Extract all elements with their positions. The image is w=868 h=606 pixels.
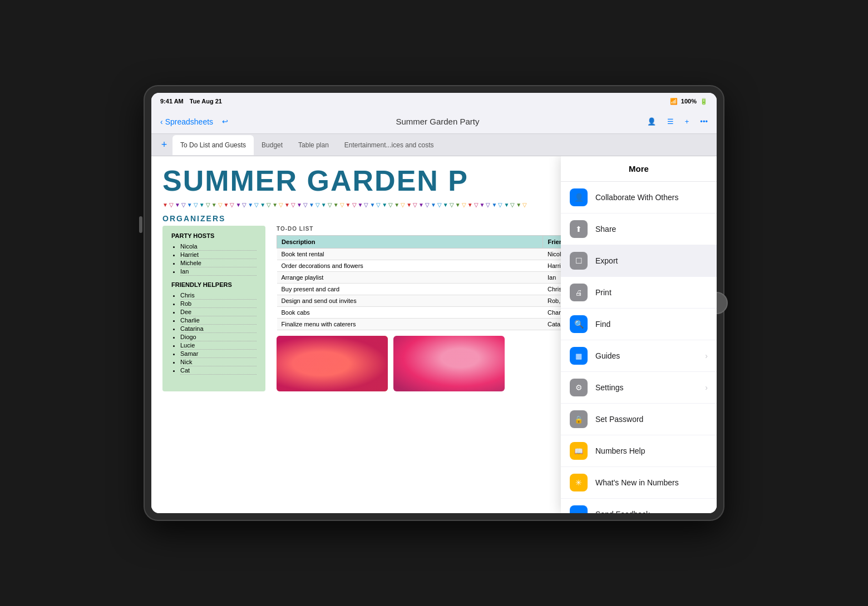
triangle-shape: ▽ [315, 202, 320, 208]
triangle-shape: ▼ [297, 202, 302, 208]
format-button[interactable]: ☰ [665, 115, 676, 128]
tab-budget-label: Budget [262, 141, 283, 149]
tabs-bar: + To Do List and Guests Budget Table pla… [151, 134, 717, 156]
collaborate-menu-icon: 👤 [570, 188, 588, 206]
back-button[interactable]: ‹ Spreadsheets [158, 115, 215, 128]
todo-description: Order decorations and flowers [277, 260, 543, 272]
triangle-shape: ▽ [242, 202, 246, 208]
tab-todo-label: To Do List and Guests [180, 141, 246, 149]
setpassword-menu-icon: 🔒 [570, 410, 588, 428]
triangle-shape: ▽ [376, 202, 381, 208]
menu-item-numbershelp[interactable]: 📖 Numbers Help [561, 435, 717, 467]
lock-icon-glyph: 🔒 [574, 415, 583, 424]
tab-entertainment[interactable]: Entertainment...ices and costs [337, 135, 442, 155]
share-menu-icon: ⬆ [570, 220, 588, 238]
menu-item-settings[interactable]: ⚙ Settings › [561, 372, 717, 404]
settings-icon-glyph: ⚙ [575, 383, 583, 392]
list-item: Chris [180, 291, 257, 300]
todo-description: Book tent rental [277, 249, 543, 260]
tab-budget[interactable]: Budget [254, 135, 290, 155]
list-item: Lucie [180, 341, 257, 350]
star-icon-glyph: ✳ [575, 478, 582, 487]
menu-item-export[interactable]: ☐ Export [561, 245, 717, 277]
list-item: Catarina [180, 325, 257, 333]
whatsnew-label: What's New in Numbers [595, 478, 708, 487]
triangle-shape: ▼ [467, 202, 473, 208]
insert-button[interactable]: + [683, 115, 692, 128]
more-button[interactable]: ••• [698, 115, 710, 128]
todo-description: Arrange playlist [277, 272, 543, 284]
triangle-shape: ▼ [211, 202, 217, 208]
triangle-shape: ▽ [254, 202, 259, 208]
tab-tableplan[interactable]: Table plan [290, 135, 337, 155]
triangle-shape: ▼ [224, 202, 229, 208]
toolbar-left: ‹ Spreadsheets ↩ [158, 115, 230, 128]
friendly-helpers-list: Chris Rob Dee Charlie Catarina Diogo Luc… [171, 291, 257, 375]
triangle-shape: ▽ [498, 202, 502, 208]
menu-item-feedback[interactable]: ✏ Send Feedback [561, 499, 717, 513]
insert-icon: + [685, 117, 689, 126]
collaborate-icon-glyph: 👤 [574, 193, 584, 202]
triangle-shape: ▽ [279, 202, 283, 208]
toolbar: ‹ Spreadsheets ↩ Summer Garden Party 👤 ☰… [151, 110, 717, 134]
collaborate-button[interactable]: 👤 [645, 115, 658, 128]
settings-label: Settings [595, 383, 697, 392]
list-item: Nicola [180, 242, 257, 251]
triangle-shape: ▼ [248, 202, 253, 208]
menu-item-print[interactable]: 🖨 Print [561, 277, 717, 309]
numbershelp-menu-icon: 📖 [570, 442, 588, 460]
triangle-shape: ▼ [504, 202, 509, 208]
triangle-shape: ▼ [418, 202, 424, 208]
menu-item-share[interactable]: ⬆ Share [561, 213, 717, 245]
book-icon-glyph: 📖 [574, 447, 583, 455]
list-item: Michele [180, 259, 257, 267]
triangle-shape: ▼ [333, 202, 339, 208]
menu-item-collaborate[interactable]: 👤 Collaborate With Others [561, 182, 717, 213]
menu-item-whatsnew[interactable]: ✳ What's New in Numbers [561, 467, 717, 499]
triangle-shape: ▽ [230, 202, 234, 208]
todo-description: Finalize menu with caterers [277, 319, 543, 330]
dropdown-title: More [561, 156, 717, 182]
triangle-shape: ▽ [413, 202, 417, 208]
tab-todo[interactable]: To Do List and Guests [172, 135, 254, 155]
collaborate-icon: 👤 [647, 117, 656, 126]
status-icons: 📶 100% 🔋 [670, 98, 708, 105]
triangle-shape: ▼ [162, 202, 168, 208]
triangle-shape: ▽ [450, 202, 454, 208]
friendly-helpers-title: FRIENDLY HELPERS [171, 281, 257, 288]
list-item: Harriet [180, 251, 257, 259]
triangle-shape: ▼ [235, 202, 241, 208]
undo-icon: ↩ [222, 117, 228, 126]
photo-1 [277, 336, 388, 391]
triangle-shape: ▽ [486, 202, 490, 208]
triangle-shape: ▽ [437, 202, 442, 208]
undo-button[interactable]: ↩ [220, 115, 230, 128]
triangle-shape: ▽ [474, 202, 479, 208]
triangle-shape: ▽ [169, 202, 174, 208]
find-icon-glyph: 🔍 [574, 320, 584, 329]
list-item: Samar [180, 350, 257, 358]
add-tab-button[interactable]: + [156, 137, 172, 153]
triangle-shape: ▽ [340, 202, 344, 208]
triangle-shape: ▽ [462, 202, 466, 208]
guides-label: Guides [595, 351, 697, 360]
numbershelp-label: Numbers Help [595, 446, 708, 455]
share-icon-glyph: ⬆ [575, 225, 582, 234]
menu-item-find[interactable]: 🔍 Find [561, 309, 717, 340]
triangle-shape: ▼ [272, 202, 278, 208]
feedback-label: Send Feedback [595, 510, 708, 513]
format-icon: ☰ [667, 117, 674, 126]
triangle-shape: ▽ [291, 202, 295, 208]
triangle-shape: ▽ [194, 202, 198, 208]
export-icon-glyph: ☐ [575, 256, 583, 265]
menu-item-guides[interactable]: ▦ Guides › [561, 340, 717, 372]
side-button[interactable] [139, 216, 142, 233]
party-hosts-title: PARTY HOSTS [171, 232, 257, 239]
toolbar-right: 👤 ☰ + ••• [645, 115, 710, 128]
triangle-shape: ▼ [455, 202, 461, 208]
triangle-shape: ▼ [260, 202, 265, 208]
menu-item-setpassword[interactable]: 🔒 Set Password [561, 404, 717, 435]
triangle-shape: ▼ [443, 202, 448, 208]
export-label: Export [595, 256, 708, 265]
back-label: Spreadsheets [165, 117, 213, 126]
